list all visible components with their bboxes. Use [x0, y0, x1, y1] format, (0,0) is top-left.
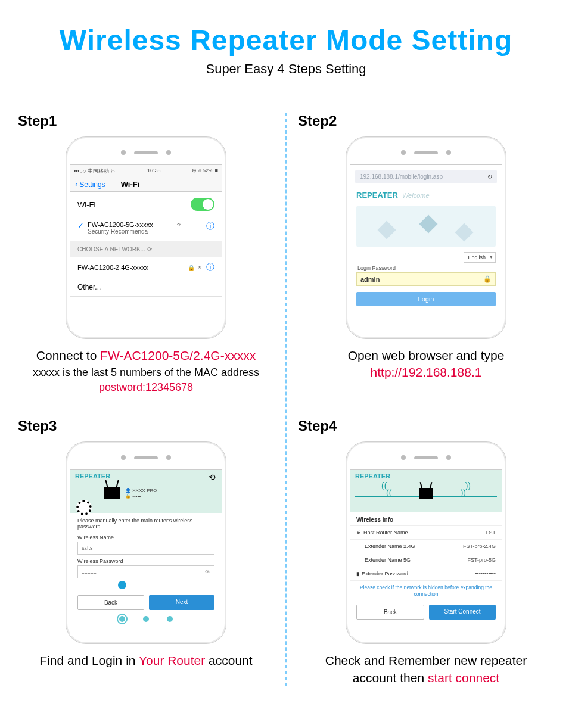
wifi-signal-icon: ᯤ — [176, 221, 183, 228]
illustration — [356, 206, 496, 247]
nav-title: Wi-Fi — [121, 180, 140, 189]
step3-label: Step3 — [18, 418, 274, 434]
info-icon[interactable]: ⓘ — [206, 221, 214, 232]
url-text: 192.168.188.1/mobile/login.asp — [360, 173, 443, 180]
step1-caption: Connect to FW-AC1200-5G/2.4G-xxxxx — [18, 347, 274, 364]
back-button[interactable]: Back — [77, 595, 144, 610]
lock-icon: 🔒 — [483, 275, 492, 283]
wireless-name-input[interactable]: szfts — [77, 542, 214, 555]
warning-text: Please check if the network is hidden be… — [350, 580, 502, 601]
login-page-screen: 192.168.188.1/mobile/login.asp ↻ REPEATE… — [350, 164, 502, 331]
step-3: Step3 REPEATER ⟲ 👤 XXXX-PRO🔒 ••••• Pleas… — [18, 418, 274, 686]
wifi-label: Wi-Fi — [77, 200, 95, 209]
next-button[interactable]: Next — [149, 595, 214, 610]
steps-grid: Step1 •••○○ 中国移动 ᯾ 16:38 ⊕ ⌾ 52% ■ ‹ Set… — [18, 113, 554, 686]
info-row-password: ▮Extender Password ••••••••••• — [350, 567, 502, 580]
welcome-text: Welcome — [402, 192, 430, 199]
login-value: admin — [360, 276, 380, 283]
spinner-icon: ⟳ — [147, 246, 152, 253]
wireless-password-input[interactable]: .......... 👁 — [77, 565, 214, 578]
choose-network-header: CHOOSE A NETWORK... ⟳ — [70, 241, 222, 257]
step3-caption: Find and Login in Your Router account — [18, 652, 274, 669]
connected-network-row[interactable]: ✓ FW-AC1200-5G-xxxxx Security Recommenda… — [70, 217, 222, 241]
repeater-header: REPEATER ⟲ 👤 XXXX-PRO🔒 ••••• — [70, 470, 222, 513]
step2-caption: Open web browser and type — [298, 347, 554, 364]
phone-mockup-3: REPEATER ⟲ 👤 XXXX-PRO🔒 ••••• Please manu… — [66, 441, 226, 644]
router-login-screen: REPEATER ⟲ 👤 XXXX-PRO🔒 ••••• Please manu… — [70, 469, 222, 636]
other-network-row[interactable]: Other... — [70, 278, 222, 297]
instruction-text: Please manually enter the main router's … — [77, 518, 214, 530]
step1-caption-sub: xxxxx is the last 5 numbers of the MAC a… — [18, 366, 274, 379]
wifi-signal-icon: ᯤ — [197, 264, 204, 271]
network-ssid: FW-AC1200-2.4G-xxxxx — [77, 264, 148, 271]
brand-text: REPEATER — [355, 472, 390, 480]
lock-icon: 🔒 — [188, 265, 195, 271]
security-note: Security Recommenda — [88, 228, 153, 235]
back-button[interactable]: Back — [356, 605, 424, 620]
network-item-1[interactable]: FW-AC1200-2.4G-xxxxx 🔒 ᯤ ⓘ — [70, 257, 222, 278]
page-subtitle: Super Easy 4 Steps Setting — [18, 61, 554, 77]
login-button[interactable]: Login — [356, 292, 496, 306]
progress-dots — [77, 616, 214, 622]
wifi-toggle-on[interactable] — [191, 198, 214, 211]
step2-caption-url: http://192.168.188.1 — [298, 364, 554, 381]
router-icon — [419, 488, 433, 499]
info-row-host: ⚟Host Router Name FST — [350, 525, 502, 539]
start-connect-button[interactable]: Start Connect — [429, 605, 496, 620]
wifi-settings-screen: •••○○ 中国移动 ᯾ 16:38 ⊕ ⌾ 52% ■ ‹ Settings … — [70, 164, 222, 331]
login-password-field[interactable]: admin 🔒 — [356, 272, 496, 286]
info-row-24g: Extender Name 2.4G FST-pro-2.4G — [350, 539, 502, 553]
status-left: •••○○ 中国移动 ᯾ — [74, 167, 116, 175]
wireless-password-label: Wireless Password — [77, 558, 214, 564]
back-button[interactable]: ‹ Settings — [75, 181, 105, 189]
url-bar[interactable]: 192.168.188.1/mobile/login.asp ↻ — [355, 170, 497, 183]
info-row-5g: Extender Name 5G FST-pro-5G — [350, 553, 502, 567]
router-icon — [104, 487, 120, 499]
phone-mockup-1: •••○○ 中国移动 ᯾ 16:38 ⊕ ⌾ 52% ■ ‹ Settings … — [66, 136, 226, 339]
nav-bar: ‹ Settings Wi-Fi — [70, 178, 222, 192]
refresh-icon[interactable]: ⟲ — [209, 472, 216, 482]
step1-label: Step1 — [18, 113, 274, 129]
status-time: 16:38 — [147, 167, 161, 175]
phone-mockup-4: REPEATER (( (( )) )) Wireless Info ⚟Host… — [346, 441, 506, 644]
status-bar: •••○○ 中国移动 ᯾ 16:38 ⊕ ⌾ 52% ■ — [70, 165, 222, 178]
info-icon[interactable]: ⓘ — [206, 262, 214, 273]
wireless-name-label: Wireless Name — [77, 534, 214, 540]
status-right: ⊕ ⌾ 52% ■ — [192, 167, 218, 175]
wifi-toggle-row[interactable]: Wi-Fi — [70, 192, 222, 217]
step-1: Step1 •••○○ 中国移动 ᯾ 16:38 ⊕ ⌾ 52% ■ ‹ Set… — [18, 113, 274, 394]
step-4: Step4 REPEATER (( (( )) )) Wireless Info… — [298, 418, 554, 686]
other-label: Other... — [77, 283, 101, 291]
host-router-icon: ⚟ — [356, 530, 361, 536]
step-2: Step2 192.168.188.1/mobile/login.asp ↻ R… — [298, 113, 554, 394]
reload-icon[interactable]: ↻ — [487, 173, 492, 180]
step4-label: Step4 — [298, 418, 554, 434]
brand-text: REPEATER — [356, 191, 398, 200]
step4-caption-line2: account then start connect — [298, 670, 554, 686]
wireless-info-screen: REPEATER (( (( )) )) Wireless Info ⚟Host… — [350, 469, 502, 636]
login-password-label: Login Password — [350, 263, 502, 272]
brand-header: REPEATER Welcome — [350, 187, 502, 202]
page-title: Wireless Repeater Mode Setting — [18, 24, 554, 57]
step1-caption-password: postword:12345678 — [18, 381, 274, 394]
brand-text: REPEATER — [75, 472, 110, 480]
repeater-header: REPEATER (( (( )) )) — [350, 470, 502, 512]
connected-ssid: FW-AC1200-5G-xxxxx — [88, 221, 153, 228]
step4-caption-line1: Check and Remember new repeater — [298, 652, 554, 669]
language-select[interactable]: English — [464, 252, 496, 263]
router-credentials: 👤 XXXX-PRO🔒 ••••• — [125, 488, 157, 499]
slider-handle-icon — [118, 581, 126, 589]
checkmark-icon: ✓ — [77, 221, 84, 230]
extender-icon: ▮ — [356, 571, 359, 577]
signal-wave-icon: )) — [465, 481, 471, 490]
phone-mockup-2: 192.168.188.1/mobile/login.asp ↻ REPEATE… — [346, 136, 506, 339]
step2-label: Step2 — [298, 113, 554, 129]
eye-icon[interactable]: 👁 — [205, 569, 210, 575]
wireless-info-heading: Wireless Info — [350, 512, 502, 525]
phone-notch — [70, 141, 222, 164]
